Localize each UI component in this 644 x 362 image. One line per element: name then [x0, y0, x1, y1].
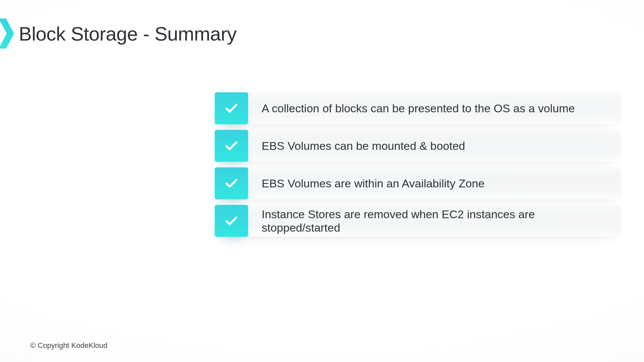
check-icon [224, 101, 239, 116]
chevron-right-icon [0, 18, 14, 49]
list-item-label: A collection of blocks can be presented … [248, 102, 585, 115]
check-chip [215, 92, 248, 124]
list-item: A collection of blocks can be presented … [215, 92, 621, 124]
check-chip [215, 167, 248, 199]
list-item-label: Instance Stores are removed when EC2 ins… [248, 207, 621, 234]
summary-list: A collection of blocks can be presented … [215, 92, 621, 242]
title-row: Block Storage - Summary [0, 18, 236, 49]
list-item-label: EBS Volumes are within an Availability Z… [248, 177, 495, 190]
check-chip [215, 130, 248, 162]
check-icon [224, 138, 239, 153]
svg-marker-0 [0, 18, 14, 49]
copyright-text: © Copyright KodeKloud [30, 341, 107, 350]
list-item: EBS Volumes can be mounted & booted [215, 130, 621, 162]
check-icon [224, 176, 239, 191]
list-item-label: EBS Volumes can be mounted & booted [248, 139, 475, 153]
check-chip [215, 205, 248, 237]
list-item: Instance Stores are removed when EC2 ins… [215, 205, 621, 237]
check-icon [224, 214, 239, 228]
page-title: Block Storage - Summary [19, 22, 236, 45]
list-item: EBS Volumes are within an Availability Z… [215, 167, 621, 199]
